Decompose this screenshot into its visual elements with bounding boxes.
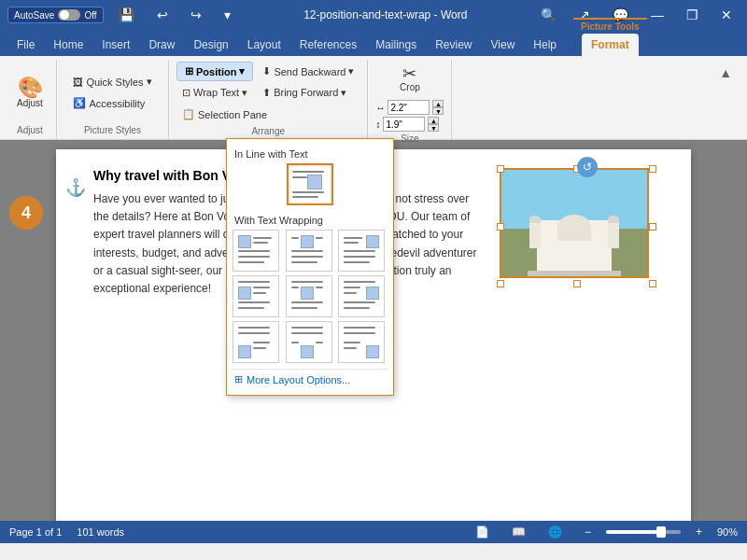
position-dropdown: In Line with Text With Text Wrapping xyxy=(226,138,394,396)
bring-forward-icon: ⬆ xyxy=(262,87,271,99)
ribbon-group-arrange: ⊞ Position ▾ ⬇ Send Backward ▾ ⊡ Wrap Te… xyxy=(169,60,368,139)
pos-wrap-mc[interactable] xyxy=(286,275,332,317)
pos-wrap-bl[interactable] xyxy=(233,321,279,363)
width-down[interactable]: ▼ xyxy=(432,107,444,115)
width-spinner[interactable]: ▲ ▼ xyxy=(432,100,444,115)
ribbon-group-adjust: 🎨 Adjust Adjust xyxy=(4,60,57,139)
status-bar: Page 1 of 1 101 words 📄 📖 🌐 − + 90% xyxy=(0,521,747,543)
save-button[interactable]: 💾 xyxy=(111,6,142,24)
tab-format[interactable]: Format xyxy=(582,34,639,56)
status-left: Page 1 of 1 101 words xyxy=(9,526,124,538)
handle-bm[interactable] xyxy=(573,280,581,287)
accessibility-icon: ♿ xyxy=(73,97,86,109)
pos-wrap-tl[interactable] xyxy=(233,230,279,272)
status-right: 📄 📖 🌐 − + 90% xyxy=(468,524,738,540)
zoom-level: 90% xyxy=(717,526,738,538)
tab-references[interactable]: References xyxy=(290,34,366,56)
anchor-icon: ⚓ xyxy=(65,177,86,198)
zoom-in-button[interactable]: + xyxy=(688,524,710,540)
view-normal-button[interactable]: 📄 xyxy=(468,524,497,540)
tab-view[interactable]: View xyxy=(482,34,525,56)
tab-draw[interactable]: Draw xyxy=(139,34,184,56)
arrange-content: ⊞ Position ▾ ⬇ Send Backward ▾ ⊡ Wrap Te… xyxy=(176,62,359,124)
collapse-ribbon-button[interactable]: ▲ xyxy=(712,63,740,82)
accessibility-button[interactable]: ♿ Accessibility xyxy=(67,93,157,113)
autosave-button[interactable]: AutoSave Off xyxy=(7,7,104,23)
pos-inline-center[interactable] xyxy=(287,163,333,205)
height-up[interactable]: ▲ xyxy=(428,117,439,124)
autosave-off-label: Off xyxy=(84,10,96,21)
pos-wrap-tc[interactable] xyxy=(286,230,332,272)
zoom-thumb[interactable] xyxy=(656,526,666,538)
handle-tr[interactable] xyxy=(649,165,656,173)
document-image-container[interactable]: ↺ xyxy=(500,168,654,285)
position-row: ⊞ Position ▾ ⬇ Send Backward ▾ xyxy=(176,62,359,81)
pos-wrap-bc[interactable] xyxy=(286,321,332,363)
autosave-toggle[interactable] xyxy=(58,9,80,21)
minimize-button[interactable]: — xyxy=(643,6,671,24)
adjust-icon: 🎨 xyxy=(18,77,43,98)
close-button[interactable]: ✕ xyxy=(713,6,740,24)
tab-home[interactable]: Home xyxy=(44,34,92,56)
view-read-button[interactable]: 📖 xyxy=(504,524,533,540)
title-bar-left: AutoSave Off 💾 ↩ ↪ ▾ xyxy=(7,6,238,24)
height-row: ↕ ▲ ▼ xyxy=(375,117,444,132)
pos-wrap-ml[interactable] xyxy=(233,275,279,317)
picture-styles-label: Picture Styles xyxy=(84,123,141,137)
ribbon-group-picture-styles: 🖼 Quick Styles▾ ♿ Accessibility Picture … xyxy=(57,60,169,139)
handle-bl[interactable] xyxy=(497,280,504,287)
height-spinner[interactable]: ▲ ▼ xyxy=(428,117,439,132)
pos-wrap-tr[interactable] xyxy=(338,230,385,272)
arrange-label: Arrange xyxy=(251,124,285,138)
undo-button[interactable]: ↩ xyxy=(149,6,176,24)
styles-area: 🖼 Quick Styles▾ ♿ Accessibility xyxy=(67,72,157,113)
crop-button[interactable]: ✂ Crop xyxy=(387,62,433,96)
pos-wrap-br[interactable] xyxy=(338,321,385,363)
document-title: 12-position-and-text-wrap - Word xyxy=(238,8,533,21)
height-icon: ↕ xyxy=(375,119,380,130)
maximize-button[interactable]: ❐ xyxy=(679,6,706,24)
height-input[interactable] xyxy=(383,117,425,132)
width-input[interactable] xyxy=(388,100,430,115)
word-count: 101 words xyxy=(77,526,124,538)
handle-mr[interactable] xyxy=(649,223,656,231)
view-web-button[interactable]: 🌐 xyxy=(541,524,570,540)
tab-review[interactable]: Review xyxy=(426,34,481,56)
height-down[interactable]: ▼ xyxy=(428,124,439,132)
handle-tl[interactable] xyxy=(497,165,504,173)
bring-forward-button[interactable]: ⬆ Bring Forward ▾ xyxy=(257,83,352,103)
ribbon: 🎨 Adjust Adjust 🖼 Quick Styles▾ ♿ Access… xyxy=(0,56,747,140)
arrange-row3: 📋 Selection Pane xyxy=(176,105,273,124)
zoom-out-button[interactable]: − xyxy=(577,524,599,540)
tab-help[interactable]: Help xyxy=(524,34,566,56)
tab-design[interactable]: Design xyxy=(184,34,237,56)
quick-styles-row: 🖼 Quick Styles▾ xyxy=(67,72,157,91)
selection-pane-button[interactable]: 📋 Selection Pane xyxy=(176,105,273,124)
adjust-group-label: Adjust xyxy=(17,123,43,137)
main-dome xyxy=(557,215,591,241)
handle-ml[interactable] xyxy=(497,223,504,231)
customize-button[interactable]: ▾ xyxy=(217,6,238,24)
step-badge: 4 xyxy=(9,196,43,230)
wrap-text-icon: ⊡ xyxy=(182,87,190,99)
tab-mailings[interactable]: Mailings xyxy=(366,34,426,56)
adjust-group-content: 🎨 Adjust xyxy=(11,62,49,123)
pos-wrap-mr[interactable] xyxy=(338,275,385,317)
search-button[interactable]: 🔍 xyxy=(533,6,564,24)
handle-br[interactable] xyxy=(649,280,656,287)
size-inputs: ↔ ▲ ▼ ↕ ▲ ▼ xyxy=(375,100,444,132)
send-backward-button[interactable]: ⬇ Send Backward ▾ xyxy=(257,62,359,81)
tab-file[interactable]: File xyxy=(7,34,44,56)
wrap-text-button[interactable]: ⊡ Wrap Text ▾ xyxy=(176,83,253,103)
adjust-button[interactable]: 🎨 Adjust xyxy=(11,74,49,112)
position-button[interactable]: ⊞ Position ▾ xyxy=(176,62,253,81)
redo-button[interactable]: ↪ xyxy=(183,6,209,24)
more-layout-options[interactable]: ⊞ More Layout Options... xyxy=(233,369,388,389)
zoom-slider[interactable] xyxy=(606,530,681,534)
inline-section-label: In Line with Text xyxy=(233,145,388,163)
tab-insert[interactable]: Insert xyxy=(92,34,139,56)
width-up[interactable]: ▲ xyxy=(432,100,444,107)
size-content: ✂ Crop ↔ ▲ ▼ ↕ ▲ ▼ xyxy=(375,62,444,132)
tab-layout[interactable]: Layout xyxy=(238,34,290,56)
quick-styles-button[interactable]: 🖼 Quick Styles▾ xyxy=(67,72,157,91)
